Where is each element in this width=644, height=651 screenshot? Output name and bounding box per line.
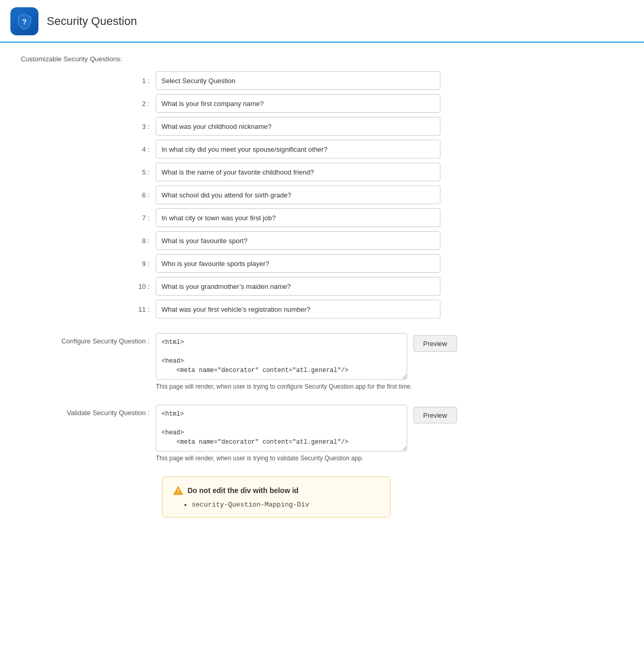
question-input-6[interactable] [156, 185, 440, 204]
question-row-7: 7 : [21, 208, 623, 227]
question-row-5: 5 : [21, 163, 623, 181]
question-number-9: 9 : [21, 260, 156, 268]
configure-section: Configure Security Question : Preview Th… [21, 333, 623, 390]
question-number-3: 3 : [21, 123, 156, 130]
warning-title-text: Do not edit the div with below id [187, 486, 299, 495]
question-number-5: 5 : [21, 168, 156, 176]
configure-textarea-wrapper: Preview [156, 333, 457, 380]
page-title: Security Question [47, 15, 137, 28]
question-number-7: 7 : [21, 214, 156, 222]
question-input-1[interactable] [156, 71, 440, 90]
warning-box: ! Do not edit the div with below id secu… [162, 476, 391, 517]
warning-list-item: security-Question-Mapping-Div [192, 501, 380, 509]
question-number-4: 4 : [21, 145, 156, 153]
question-row-11: 11 : [21, 300, 623, 318]
question-input-11[interactable] [156, 300, 440, 318]
validate-section: Validate Security Question : Preview Thi… [21, 405, 623, 462]
question-number-1: 1 : [21, 77, 156, 85]
svg-text:?: ? [22, 18, 27, 26]
question-row-6: 6 : [21, 185, 623, 204]
question-row-4: 4 : [21, 140, 623, 158]
warning-title: ! Do not edit the div with below id [173, 485, 380, 496]
page-header: ? Security Question [0, 0, 644, 43]
question-number-11: 11 : [21, 305, 156, 313]
validate-helper-text: This page will render, when user is tryi… [156, 455, 440, 462]
validate-right: Preview This page will render, when user… [156, 405, 457, 462]
question-row-2: 2 : [21, 94, 623, 113]
app-icon: ? [10, 7, 38, 35]
configure-row: Configure Security Question : Preview Th… [21, 333, 623, 390]
configure-textarea[interactable] [156, 333, 407, 380]
question-row-9: 9 : [21, 254, 623, 273]
warning-icon: ! [173, 485, 183, 496]
validate-textarea[interactable] [156, 405, 407, 451]
questions-container: 1 :2 :3 :4 :5 :6 :7 :8 :9 :10 :11 : [21, 71, 623, 318]
question-input-4[interactable] [156, 140, 440, 158]
customizable-label: Customizable Security Questions: [21, 55, 623, 63]
question-input-7[interactable] [156, 208, 440, 227]
validate-label: Validate Security Question : [21, 405, 156, 417]
question-number-2: 2 : [21, 100, 156, 108]
question-row-3: 3 : [21, 117, 623, 136]
question-row-1: 1 : [21, 71, 623, 90]
question-row-10: 10 : [21, 277, 623, 296]
configure-right: Preview This page will render, when user… [156, 333, 457, 390]
validate-row: Validate Security Question : Preview Thi… [21, 405, 623, 462]
question-number-10: 10 : [21, 283, 156, 290]
configure-preview-button[interactable]: Preview [413, 335, 457, 352]
questions-section: Customizable Security Questions: 1 :2 :3… [21, 55, 623, 318]
question-number-6: 6 : [21, 191, 156, 199]
question-input-5[interactable] [156, 163, 440, 181]
configure-helper-text: This page will render, when user is tryi… [156, 383, 440, 390]
main-content: Customizable Security Questions: 1 :2 :3… [0, 43, 644, 538]
question-row-8: 8 : [21, 231, 623, 250]
question-input-3[interactable] [156, 117, 440, 136]
question-input-8[interactable] [156, 231, 440, 250]
question-input-2[interactable] [156, 94, 440, 113]
svg-text:!: ! [177, 488, 179, 494]
question-input-9[interactable] [156, 254, 440, 273]
configure-label: Configure Security Question : [21, 333, 156, 345]
validate-preview-button[interactable]: Preview [413, 407, 457, 423]
warning-list: security-Question-Mapping-Div [173, 501, 380, 509]
question-input-10[interactable] [156, 277, 440, 296]
validate-textarea-wrapper: Preview [156, 405, 457, 451]
question-number-8: 8 : [21, 237, 156, 245]
